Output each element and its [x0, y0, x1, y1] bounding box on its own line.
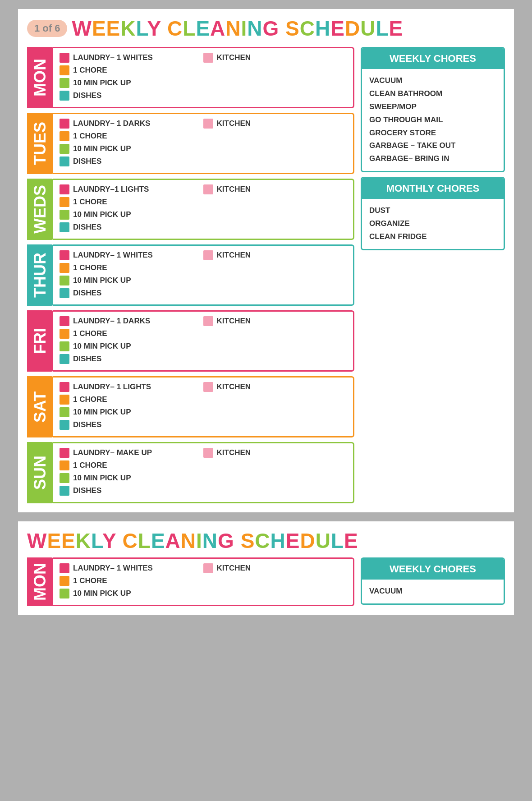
fri-laundry-text: LAUNDRY– 1 DARKS — [73, 317, 150, 326]
fri-dishes-row: DISHES — [60, 354, 203, 364]
sun-dishes-text: DISHES — [73, 486, 101, 495]
title-area: 1 of 6 WEEKLY CLEANING SCHEDULE — [27, 18, 505, 39]
fri-chore-row: 1 CHORE — [60, 329, 203, 339]
thursday-card: THUR LAUNDRY– 1 WHITES KITCHEN — [27, 244, 354, 306]
fri-row-empty — [203, 329, 347, 339]
sat-pickup-text: 10 MIN PICK UP — [73, 408, 131, 417]
sat-kitchen-row: KITCHEN — [203, 382, 347, 392]
fri-pickup-text: 10 MIN PICK UP — [73, 342, 131, 351]
thu-dishes-text: DISHES — [73, 289, 101, 298]
monthly-chores-section: MONTHLY CHORES DUST ORGANIZE CLEAN FRIDG… — [361, 177, 505, 250]
tue-row-empty — [203, 131, 347, 141]
sat-pickup-color — [60, 407, 69, 417]
tue-chore-row: 1 CHORE — [60, 131, 203, 141]
tue-pickup-color — [60, 144, 69, 154]
wed-dishes-color — [60, 222, 69, 232]
wed-kitchen-color — [203, 184, 213, 194]
thu-laundry-text: LAUNDRY– 1 WHITES — [73, 251, 153, 260]
page2-monday-content: LAUNDRY– 1 WHITES KITCHEN 1 CHORE — [53, 557, 354, 606]
sunday-card: SUN LAUNDRY– MAKE UP KITCHEN — [27, 442, 354, 503]
sunday-label: SUN — [27, 442, 53, 503]
sun-chore-text: 1 CHORE — [73, 461, 107, 470]
wed-dishes-row: DISHES — [60, 222, 203, 232]
wed-chore-text: 1 CHORE — [73, 198, 107, 207]
p2-mon-kitchen-color — [203, 563, 213, 573]
tuesday-content: LAUNDRY– 1 DARKS KITCHEN 1 CHORE — [53, 113, 354, 174]
mon-pickup-text: 10 MIN PICK UP — [73, 78, 131, 87]
sat-laundry-text: LAUNDRY– 1 LIGHTS — [73, 382, 151, 391]
monthly-chore-item-2: ORGANIZE — [369, 217, 496, 230]
tue-chore-color — [60, 131, 69, 141]
page2-title-area: WEEKLY CLEANING SCHEDULE — [27, 530, 505, 551]
weekly-chore-item-2: CLEAN BATHROOM — [369, 87, 496, 101]
right-column: WEEKLY CHORES VACUUM CLEAN BATHROOM SWEE… — [361, 47, 505, 503]
fri-laundry-row: LAUNDRY– 1 DARKS — [60, 316, 203, 326]
wed-kitchen-row: KITCHEN — [203, 184, 347, 194]
sat-chore-row: 1 CHORE — [60, 395, 203, 405]
sun-kitchen-row: KITCHEN — [203, 448, 347, 458]
mon-laundry-row: LAUNDRY– 1 WHITES — [60, 53, 203, 63]
sun-laundry-color — [60, 448, 69, 458]
p2-mon-laundry-color — [60, 563, 69, 573]
monthly-chores-list: DUST ORGANIZE CLEAN FRIDGE — [362, 199, 504, 249]
p2-mon-laundry-text: LAUNDRY– 1 WHITES — [73, 564, 153, 573]
thu-chore-row: 1 CHORE — [60, 263, 203, 273]
p2-mon-chore-color — [60, 576, 69, 586]
thu-pickup-text: 10 MIN PICK UP — [73, 276, 131, 285]
friday-card: FRI LAUNDRY– 1 DARKS KITCHEN — [27, 310, 354, 372]
sat-kitchen-color — [203, 382, 213, 392]
sun-row-empty — [203, 460, 347, 470]
page2-monday-label: MON — [27, 557, 53, 606]
sun-pickup-row: 10 MIN PICK UP — [60, 473, 203, 483]
mon-pickup-row: 10 MIN PICK UP — [60, 78, 203, 88]
sun-chore-color — [60, 460, 69, 470]
tue-laundry-row: LAUNDRY– 1 DARKS — [60, 119, 203, 129]
fri-pickup-color — [60, 341, 69, 351]
sun-kitchen-text: KITCHEN — [217, 448, 251, 457]
mon-kitchen-row: KITCHEN — [203, 53, 347, 63]
tue-dishes-color — [60, 157, 69, 166]
p2-mon-pickup-row: 10 MIN PICK UP — [60, 589, 203, 598]
weekly-chore-item-4: GO THROUGH MAIL — [369, 114, 496, 127]
sat-row-empty2 — [203, 407, 347, 417]
thu-row-empty — [203, 263, 347, 273]
wed-pickup-row: 10 MIN PICK UP — [60, 210, 203, 220]
sun-pickup-color — [60, 473, 69, 483]
page2-monday-card: MON LAUNDRY– 1 WHITES KITCHEN — [27, 557, 354, 606]
sat-laundry-color — [60, 382, 69, 392]
thursday-content: LAUNDRY– 1 WHITES KITCHEN 1 CHORE — [53, 244, 354, 306]
thu-chore-color — [60, 263, 69, 273]
fri-kitchen-text: KITCHEN — [217, 317, 251, 326]
page2-weekly-section: WEEKLY CHORES VACUUM — [361, 557, 505, 605]
sun-dishes-color — [60, 486, 69, 496]
p2-mon-chore-text: 1 CHORE — [73, 576, 107, 585]
wed-chore-color — [60, 197, 69, 207]
saturday-label: SAT — [27, 376, 53, 437]
wed-row-empty — [203, 197, 347, 207]
thu-pickup-row: 10 MIN PICK UP — [60, 276, 203, 285]
monday-label: MON — [27, 47, 53, 108]
sat-dishes-text: DISHES — [73, 420, 101, 429]
sat-dishes-color — [60, 420, 69, 430]
friday-content: LAUNDRY– 1 DARKS KITCHEN 1 CHORE — [53, 310, 354, 372]
weekly-chores-section: WEEKLY CHORES VACUUM CLEAN BATHROOM SWEE… — [361, 47, 505, 172]
monday-content: LAUNDRY– 1 WHITES KITCHEN 1 CHORE — [53, 47, 354, 108]
thu-row-empty2 — [203, 276, 347, 285]
mon-row-empty — [203, 65, 347, 75]
tue-pickup-text: 10 MIN PICK UP — [73, 144, 131, 153]
tue-kitchen-text: KITCHEN — [217, 119, 251, 128]
weekly-chore-item-1: VACUUM — [369, 74, 496, 87]
fri-laundry-color — [60, 316, 69, 326]
fri-row-empty2 — [203, 341, 347, 351]
weekly-chore-item-6: GARBAGE – TAKE OUT — [369, 139, 496, 152]
p2-mon-pickup-text: 10 MIN PICK UP — [73, 589, 131, 598]
wed-pickup-text: 10 MIN PICK UP — [73, 210, 131, 219]
weekly-chore-item-7: GARBAGE– BRING IN — [369, 152, 496, 166]
friday-label: FRI — [27, 310, 53, 372]
sunday-content: LAUNDRY– MAKE UP KITCHEN 1 CHORE — [53, 442, 354, 503]
fri-dishes-color — [60, 354, 69, 364]
thu-kitchen-color — [203, 250, 213, 260]
wed-laundry-text: LAUNDRY–1 LIGHTS — [73, 185, 149, 194]
fri-chore-color — [60, 329, 69, 339]
page2-weekly-header: WEEKLY CHORES — [362, 559, 504, 580]
